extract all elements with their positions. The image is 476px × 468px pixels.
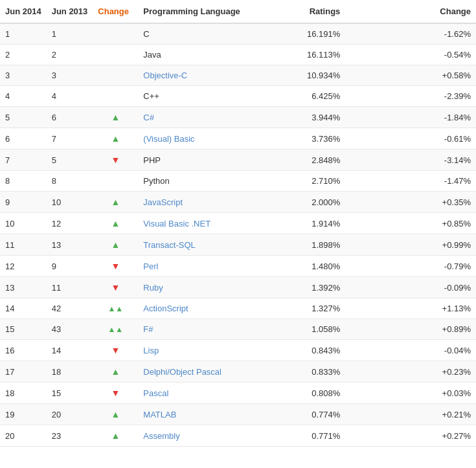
table-row: 1718▲Delphi/Object Pascal0.833%+0.23% — [0, 361, 476, 383]
rank-2014: 6 — [0, 128, 47, 150]
change-value: -0.61% — [345, 128, 476, 150]
language-name[interactable]: Perl — [138, 256, 280, 277]
rank-2013: 8 — [47, 171, 93, 192]
header-language: Programming Language — [138, 0, 280, 23]
ratings-value: 3.944% — [280, 107, 345, 128]
rank-2013: 3 — [47, 65, 93, 86]
change-value: +0.27% — [345, 425, 476, 447]
rank-2014: 8 — [0, 171, 47, 192]
ratings-value: 16.113% — [280, 45, 345, 65]
language-name[interactable]: C# — [138, 107, 280, 128]
change-value: +0.21% — [345, 404, 476, 425]
ratings-value: 3.736% — [280, 128, 345, 150]
language-name: PHP — [138, 150, 280, 171]
change-value: +0.99% — [345, 234, 476, 256]
change-value: -3.14% — [345, 150, 476, 171]
change-indicator: ▲ — [93, 361, 138, 383]
header-change-right: Change — [345, 0, 476, 23]
rank-2013: 9 — [47, 256, 93, 277]
rank-2014: 17 — [0, 361, 47, 383]
language-name[interactable]: Assembly — [138, 425, 280, 447]
ratings-value: 2.000% — [280, 192, 345, 213]
rank-2013: 6 — [47, 107, 93, 128]
rank-2014: 10 — [0, 213, 47, 234]
rank-2013: 13 — [47, 234, 93, 256]
ratings-value: 1.392% — [280, 277, 345, 298]
table-row: 88Python2.710%-1.47% — [0, 171, 476, 192]
rank-2013: 7 — [47, 128, 93, 150]
table-row: 1543▲▲F#1.058%+0.89% — [0, 319, 476, 340]
change-indicator — [93, 45, 138, 65]
rank-2014: 15 — [0, 319, 47, 340]
header-jun2014: Jun 2014 — [0, 0, 47, 23]
rank-2013: 5 — [47, 150, 93, 171]
language-name: C++ — [138, 86, 280, 107]
change-value: +0.85% — [345, 213, 476, 234]
rank-2014: 14 — [0, 298, 47, 319]
change-indicator: ▼ — [93, 150, 138, 171]
rank-2014: 16 — [0, 340, 47, 361]
table-row: 2023▲Assembly0.771%+0.27% — [0, 425, 476, 447]
rank-2013: 11 — [47, 277, 93, 298]
change-value: +0.03% — [345, 383, 476, 404]
language-name[interactable]: Transact-SQL — [138, 234, 280, 256]
change-value: -1.84% — [345, 107, 476, 128]
table-row: 1012▲Visual Basic .NET1.914%+0.85% — [0, 213, 476, 234]
table-row: 33Objective-C10.934%+0.58% — [0, 65, 476, 86]
language-name[interactable]: ActionScript — [138, 298, 280, 319]
rank-2014: 4 — [0, 86, 47, 107]
language-name: Java — [138, 45, 280, 65]
ratings-value: 16.191% — [280, 23, 345, 45]
language-name[interactable]: Visual Basic .NET — [138, 213, 280, 234]
rank-2014: 5 — [0, 107, 47, 128]
change-value: +0.35% — [345, 192, 476, 213]
language-name[interactable]: Lisp — [138, 340, 280, 361]
table-row: 910▲JavaScript2.000%+0.35% — [0, 192, 476, 213]
ratings-value: 1.327% — [280, 298, 345, 319]
rank-2014: 12 — [0, 256, 47, 277]
rank-2013: 42 — [47, 298, 93, 319]
language-name: C — [138, 23, 280, 45]
rank-2014: 1 — [0, 23, 47, 45]
rank-2014: 18 — [0, 383, 47, 404]
change-indicator: ▲ — [93, 107, 138, 128]
table-row: 1920▲MATLAB0.774%+0.21% — [0, 404, 476, 425]
change-value: +0.89% — [345, 319, 476, 340]
ratings-value: 1.914% — [280, 213, 345, 234]
rank-2014: 3 — [0, 65, 47, 86]
change-indicator: ▲ — [93, 213, 138, 234]
ratings-value: 0.774% — [280, 404, 345, 425]
change-indicator: ▼ — [93, 277, 138, 298]
change-indicator: ▼ — [93, 340, 138, 361]
rank-2013: 14 — [47, 340, 93, 361]
change-indicator: ▼ — [93, 256, 138, 277]
language-name[interactable]: Objective-C — [138, 65, 280, 86]
ratings-value: 1.480% — [280, 256, 345, 277]
language-name[interactable]: Pascal — [138, 383, 280, 404]
header-ratings: Ratings — [280, 0, 345, 23]
rank-2013: 10 — [47, 192, 93, 213]
change-indicator: ▲ — [93, 404, 138, 425]
language-name[interactable]: Ruby — [138, 277, 280, 298]
rank-2013: 23 — [47, 425, 93, 447]
change-value: -1.62% — [345, 23, 476, 45]
language-name[interactable]: MATLAB — [138, 404, 280, 425]
ratings-value: 0.808% — [280, 383, 345, 404]
change-value: -0.04% — [345, 340, 476, 361]
change-indicator — [93, 65, 138, 86]
ratings-value: 1.898% — [280, 234, 345, 256]
change-value: +0.58% — [345, 65, 476, 86]
rank-2013: 12 — [47, 213, 93, 234]
language-name[interactable]: F# — [138, 319, 280, 340]
rank-2014: 11 — [0, 234, 47, 256]
change-value: -2.39% — [345, 86, 476, 107]
language-name[interactable]: Delphi/Object Pascal — [138, 361, 280, 383]
table-row: 1614▼Lisp0.843%-0.04% — [0, 340, 476, 361]
change-indicator: ▲ — [93, 425, 138, 447]
rank-2013: 20 — [47, 404, 93, 425]
language-name[interactable]: (Visual) Basic — [138, 128, 280, 150]
change-value: -0.54% — [345, 45, 476, 65]
language-name[interactable]: JavaScript — [138, 192, 280, 213]
rank-2014: 13 — [0, 277, 47, 298]
change-indicator — [93, 171, 138, 192]
